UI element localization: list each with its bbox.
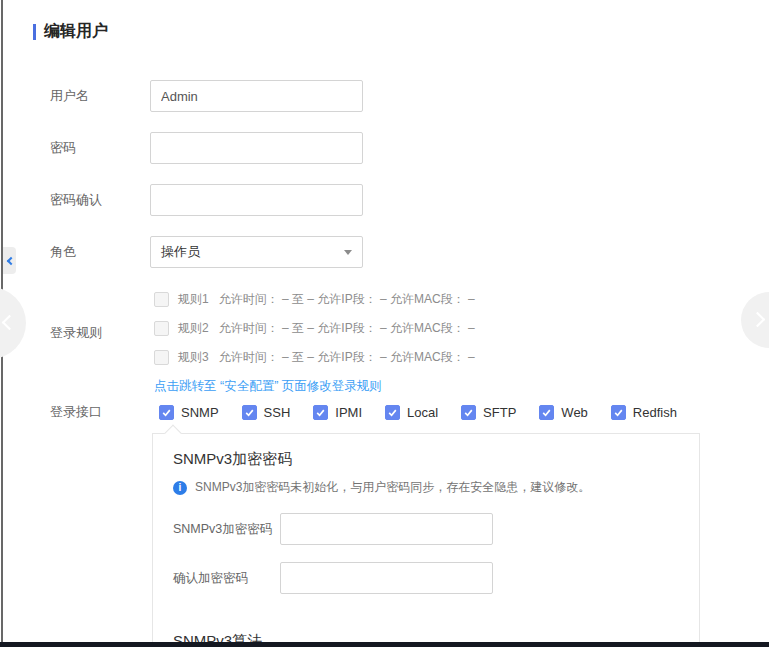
info-icon: i: [173, 481, 187, 495]
login-rules-row: 登录规则 规则1 允许时间： – 至 – 允许IP段： – 允许MAC段： – …: [50, 288, 769, 395]
interface-checkbox-web[interactable]: Web: [539, 405, 588, 420]
rule-detail: 允许时间： – 至 – 允许IP段： – 允许MAC段： –: [219, 349, 475, 366]
panel-notch: [165, 425, 182, 442]
page-header: 编辑用户: [0, 0, 769, 42]
login-interfaces-label: 登录接口: [50, 403, 150, 421]
checkbox-unchecked-icon: [154, 350, 169, 365]
rule-detail: 允许时间： – 至 – 允许IP段： – 允许MAC段： –: [219, 291, 475, 308]
login-rules-list: 规则1 允许时间： – 至 – 允许IP段： – 允许MAC段： – 规则2 允…: [150, 288, 475, 395]
interface-checkbox-ssh[interactable]: SSH: [242, 405, 291, 420]
username-input[interactable]: [150, 80, 363, 112]
snmpv3-password-row: SNMPv3加密密码: [173, 513, 679, 545]
checkbox-checked-icon[interactable]: [313, 405, 328, 420]
interface-label: Redfish: [633, 405, 677, 420]
role-select[interactable]: 操作员: [150, 236, 363, 268]
interface-label: SFTP: [483, 405, 516, 420]
chevron-left-icon: [2, 315, 18, 331]
rule-name: 规则1: [178, 291, 209, 308]
interface-label: Web: [561, 405, 588, 420]
interface-label: IPMI: [335, 405, 362, 420]
checkbox-checked-icon[interactable]: [461, 405, 476, 420]
password-label: 密码: [50, 139, 150, 157]
username-row: 用户名: [50, 80, 769, 112]
checkbox-checked-icon[interactable]: [159, 405, 174, 420]
interface-checkbox-local[interactable]: Local: [385, 405, 438, 420]
chevron-right-icon: [750, 312, 766, 328]
login-rules-label: 登录规则: [50, 324, 150, 342]
role-label: 角色: [50, 243, 150, 261]
password-confirm-row: 密码确认: [50, 184, 769, 216]
username-label: 用户名: [50, 87, 150, 105]
checkbox-checked-icon[interactable]: [539, 405, 554, 420]
rule-detail: 允许时间： – 至 – 允许IP段： – 允许MAC段： –: [219, 320, 475, 337]
footer-bar: [0, 642, 769, 647]
snmpv3-notice: i SNMPv3加密密码未初始化，与用户密码同步，存在安全隐患，建议修改。: [173, 479, 679, 496]
edit-user-page: 编辑用户 用户名 密码 密码确认 角色 操作员 登录规则: [0, 0, 769, 647]
checkbox-checked-icon[interactable]: [385, 405, 400, 420]
snmpv3-panel: SNMPv3加密密码 i SNMPv3加密密码未初始化，与用户密码同步，存在安全…: [152, 433, 700, 647]
interface-checkbox-snmp[interactable]: SNMP: [159, 405, 219, 420]
login-interfaces-list: SNMP SSH IPMI Local SFTP: [150, 405, 700, 420]
checkbox-unchecked-icon: [154, 321, 169, 336]
checkbox-checked-icon[interactable]: [242, 405, 257, 420]
login-rule-1: 规则1 允许时间： – 至 – 允许IP段： – 允许MAC段： –: [154, 288, 475, 310]
checkbox-checked-icon[interactable]: [611, 405, 626, 420]
security-config-link[interactable]: 点击跳转至 “安全配置” 页面修改登录规则: [154, 378, 382, 395]
snmpv3-panel-title: SNMPv3加密密码: [173, 450, 679, 469]
interface-checkbox-redfish[interactable]: Redfish: [611, 405, 677, 420]
checkbox-unchecked-icon: [154, 292, 169, 307]
snmpv3-password-input[interactable]: [280, 513, 493, 545]
login-rule-3: 规则3 允许时间： – 至 – 允许IP段： – 允许MAC段： –: [154, 346, 475, 368]
role-select-value: 操作员: [161, 243, 200, 261]
interface-label: SSH: [264, 405, 291, 420]
sidebar-collapse-tab[interactable]: [3, 247, 16, 274]
password-confirm-label: 密码确认: [50, 191, 150, 209]
snmpv3-notice-text: SNMPv3加密密码未初始化，与用户密码同步，存在安全隐患，建议修改。: [195, 479, 590, 496]
password-input[interactable]: [150, 132, 363, 164]
chevron-left-icon: [6, 256, 14, 264]
login-rule-2: 规则2 允许时间： – 至 – 允许IP段： – 允许MAC段： –: [154, 317, 475, 339]
interface-label: SNMP: [181, 405, 219, 420]
interface-label: Local: [407, 405, 438, 420]
password-row: 密码: [50, 132, 769, 164]
edit-user-form: 用户名 密码 密码确认 角色 操作员 登录规则 规则1 允许时间：: [0, 80, 769, 647]
title-accent-bar: [33, 24, 36, 40]
interface-checkbox-ipmi[interactable]: IPMI: [313, 405, 362, 420]
password-confirm-input[interactable]: [150, 184, 363, 216]
login-interfaces-row: 登录接口 SNMP SSH IPMI Local: [50, 403, 769, 421]
snmpv3-password-confirm-row: 确认加密密码: [173, 562, 679, 594]
snmpv3-password-confirm-label: 确认加密密码: [173, 570, 280, 587]
interface-checkbox-sftp[interactable]: SFTP: [461, 405, 516, 420]
snmpv3-password-confirm-input[interactable]: [280, 562, 493, 594]
chevron-down-icon: [344, 250, 352, 255]
page-title: 编辑用户: [44, 21, 108, 42]
snmpv3-password-label: SNMPv3加密密码: [173, 521, 280, 538]
rule-name: 规则2: [178, 320, 209, 337]
rule-name: 规则3: [178, 349, 209, 366]
role-row: 角色 操作员: [50, 236, 769, 268]
